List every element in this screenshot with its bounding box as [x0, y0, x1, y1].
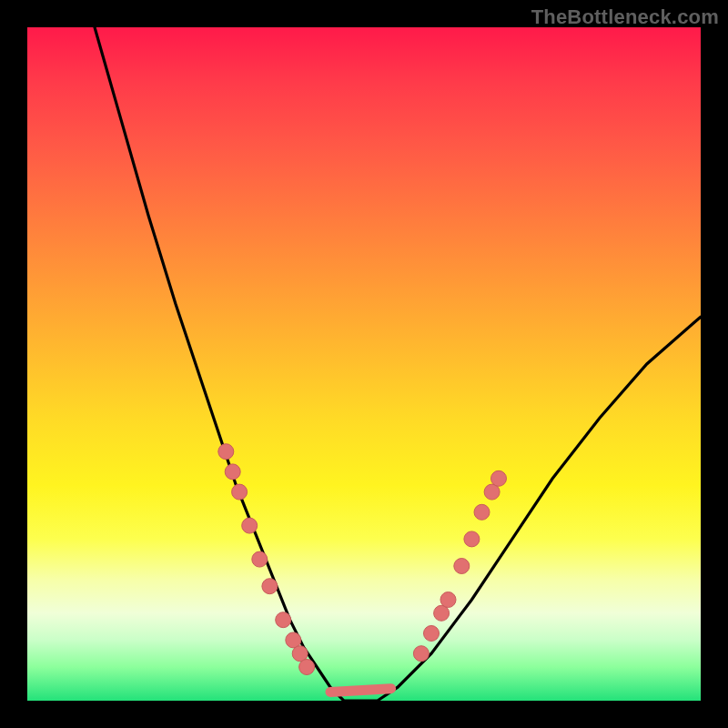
data-marker: [276, 612, 291, 628]
data-marker: [242, 518, 258, 533]
data-marker: [232, 484, 248, 500]
data-marker: [262, 579, 278, 594]
chart-svg: [27, 27, 701, 701]
data-marker: [454, 559, 470, 574]
bottleneck-curve: [95, 27, 701, 701]
watermark-text: TheBottleneck.com: [531, 5, 719, 29]
data-marker: [413, 646, 429, 662]
data-marker: [218, 444, 234, 460]
data-marker: [299, 660, 315, 675]
valley-flat-segment: [330, 689, 391, 693]
data-marker: [225, 464, 240, 480]
chart-plot-area: [27, 27, 701, 701]
data-marker: [464, 531, 480, 547]
data-marker: [491, 470, 507, 486]
data-markers: [218, 444, 507, 675]
data-marker: [424, 626, 440, 642]
chart-frame: TheBottleneck.com: [0, 0, 728, 728]
data-marker: [474, 504, 490, 520]
data-marker: [440, 592, 456, 608]
data-marker: [252, 551, 268, 567]
